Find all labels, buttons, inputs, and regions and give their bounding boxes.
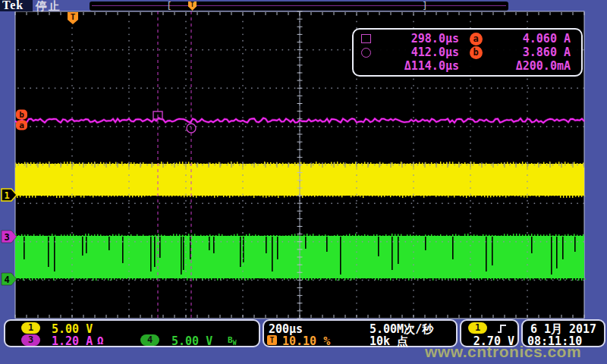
acquisition-preview-bar: [ ] T xyxy=(90,2,508,11)
trigger-position-badge-icon: T xyxy=(267,335,277,345)
ch3-scale-value[interactable]: 1.20 A xyxy=(52,334,93,348)
ch4-band-dropout xyxy=(562,237,564,259)
ch3-badge[interactable]: 3 xyxy=(21,334,40,346)
ch4-band-dropout xyxy=(240,237,241,267)
svg-text:4: 4 xyxy=(4,275,9,285)
ch4-band-dropout xyxy=(378,237,379,256)
ch4-band-dropout xyxy=(109,237,110,250)
ch4-band-dropout xyxy=(190,237,191,259)
cursor-delta-value: Δ200.0mA xyxy=(492,59,571,73)
ch4-band-dropout xyxy=(492,237,493,265)
ch4-scale-value[interactable]: 5.00 V xyxy=(171,334,212,348)
record-length-value: 10k 点 xyxy=(370,334,408,349)
ch4-band-dropout xyxy=(398,237,399,264)
trigger-position-percent: 10.10 % xyxy=(282,334,330,348)
window-bracket-left-icon: [ xyxy=(166,0,172,11)
cursor-b-time: 412.0μs xyxy=(381,46,459,59)
watermark: www.cntronics.com xyxy=(425,343,581,361)
ch4-band-dropout xyxy=(209,237,210,250)
svg-text:T: T xyxy=(71,12,76,22)
ch4-badge[interactable]: 4 xyxy=(140,334,159,346)
cursor-a-badge: a xyxy=(470,33,483,46)
ch4-band-dropout xyxy=(24,237,25,259)
cursor-a-square-icon xyxy=(361,34,371,43)
ch4-band-dropout xyxy=(425,237,426,250)
cursor-a-time: 298.0μs xyxy=(381,32,459,46)
ch4-band-dropout xyxy=(556,237,558,268)
ch4-band-dropout xyxy=(122,237,124,263)
cursor-delta-time: Δ114.0μs xyxy=(381,59,459,73)
window-bracket-right-icon: ] xyxy=(422,0,428,11)
svg-text:1: 1 xyxy=(4,190,9,201)
ch4-band-dropout xyxy=(452,237,454,259)
cursor-b-circle-icon xyxy=(361,48,371,58)
ch4-band-dropout xyxy=(305,237,307,249)
ch4-band-dropout xyxy=(551,237,552,275)
trigger-source-badge[interactable]: 1 xyxy=(468,322,487,334)
ch4-band-dropout xyxy=(154,237,156,267)
ch4-band-dropout xyxy=(326,237,328,252)
ch4-band-dropout xyxy=(181,237,182,275)
ch4-band-dropout xyxy=(574,237,576,252)
svg-text:3: 3 xyxy=(4,232,9,243)
cursor-b-badge: b xyxy=(470,46,483,59)
ch1-badge[interactable]: 1 xyxy=(21,322,40,334)
ch3-impedance-ohm-label: Ω xyxy=(97,334,103,347)
ch4-band-dropout xyxy=(277,237,278,259)
ch4-band-dropout xyxy=(82,237,83,256)
ch4-band-dropout xyxy=(531,237,533,253)
svg-text:a: a xyxy=(19,121,24,130)
ch4-band-dropout xyxy=(272,237,273,271)
svg-text:b: b xyxy=(19,110,24,120)
ch4-band-dropout xyxy=(266,237,267,253)
ch4-band-dropout xyxy=(159,237,161,258)
trigger-position-bar-icon: T xyxy=(188,2,197,11)
cursor-readout-box: 298.0μs a 4.060 A 412.0μs b 3.860 A Δ114… xyxy=(352,28,583,77)
ch4-band-dropout xyxy=(150,237,152,271)
ch4-bandwidth-limit-icon: BW xyxy=(228,335,236,347)
ch4-band-dropout xyxy=(213,237,215,253)
rising-edge-icon xyxy=(497,324,508,334)
ch4-band-dropout xyxy=(86,237,87,253)
brand-logo: Tek xyxy=(2,0,24,12)
record-waveform-line xyxy=(92,5,506,6)
channel-scales-box: 1 5.00 V 3 1.20 A Ω 4 5.00 V BW xyxy=(4,319,260,347)
cursor-a-value: 4.060 A xyxy=(492,32,571,46)
cursor-b-value: 3.860 A xyxy=(492,46,571,59)
ch4-band-dropout xyxy=(340,237,341,275)
acquisition-status: 停止 xyxy=(36,0,61,14)
